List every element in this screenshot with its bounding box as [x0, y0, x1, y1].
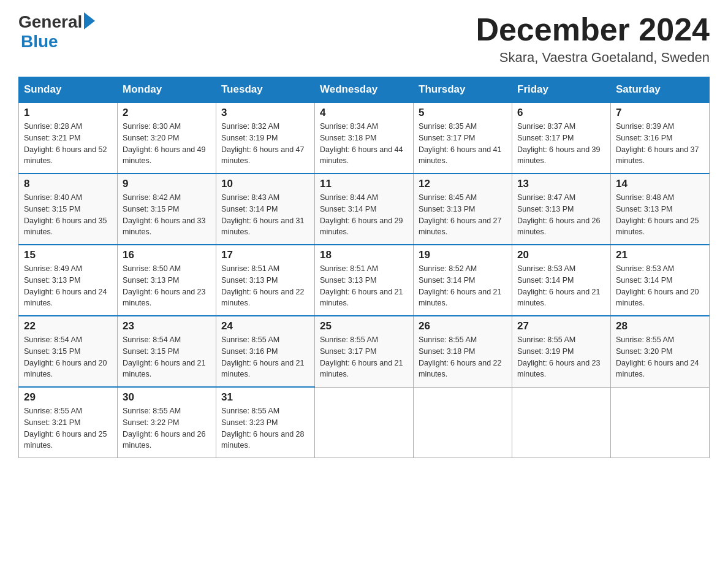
day-cell-9: 9Sunrise: 8:42 AMSunset: 3:15 PMDaylight…: [118, 174, 216, 245]
day-number: 30: [123, 391, 211, 404]
day-cell-20: 20Sunrise: 8:53 AMSunset: 3:14 PMDayligh…: [512, 245, 611, 316]
day-info: Sunrise: 8:52 AMSunset: 3:14 PMDaylight:…: [419, 263, 507, 309]
day-number: 7: [616, 107, 704, 119]
day-info: Sunrise: 8:47 AMSunset: 3:13 PMDaylight:…: [517, 192, 605, 238]
day-number: 2: [123, 107, 211, 119]
header-saturday: Saturday: [611, 77, 710, 103]
day-cell-26: 26Sunrise: 8:55 AMSunset: 3:18 PMDayligh…: [414, 316, 512, 387]
header-tuesday: Tuesday: [216, 77, 315, 103]
location-title: Skara, Vaestra Goetaland, Sweden: [476, 50, 710, 66]
day-info: Sunrise: 8:55 AMSunset: 3:16 PMDaylight:…: [221, 334, 309, 380]
day-info: Sunrise: 8:44 AMSunset: 3:14 PMDaylight:…: [320, 192, 408, 238]
day-info: Sunrise: 8:55 AMSunset: 3:20 PMDaylight:…: [616, 334, 704, 380]
day-cell-10: 10Sunrise: 8:43 AMSunset: 3:14 PMDayligh…: [216, 174, 315, 245]
day-number: 27: [517, 320, 605, 332]
day-number: 23: [123, 320, 211, 332]
day-cell-13: 13Sunrise: 8:47 AMSunset: 3:13 PMDayligh…: [512, 174, 611, 245]
day-cell-14: 14Sunrise: 8:48 AMSunset: 3:13 PMDayligh…: [611, 174, 710, 245]
day-info: Sunrise: 8:42 AMSunset: 3:15 PMDaylight:…: [123, 192, 211, 238]
day-info: Sunrise: 8:32 AMSunset: 3:19 PMDaylight:…: [221, 121, 309, 167]
day-cell-12: 12Sunrise: 8:45 AMSunset: 3:13 PMDayligh…: [414, 174, 512, 245]
week-row-5: 29Sunrise: 8:55 AMSunset: 3:21 PMDayligh…: [19, 387, 710, 458]
day-number: 21: [616, 249, 704, 261]
day-cell-29: 29Sunrise: 8:55 AMSunset: 3:21 PMDayligh…: [19, 387, 118, 458]
day-info: Sunrise: 8:48 AMSunset: 3:13 PMDaylight:…: [616, 192, 704, 238]
week-row-3: 15Sunrise: 8:49 AMSunset: 3:13 PMDayligh…: [19, 245, 710, 316]
day-info: Sunrise: 8:43 AMSunset: 3:14 PMDaylight:…: [221, 192, 309, 238]
empty-cell: [414, 387, 512, 458]
day-cell-4: 4Sunrise: 8:34 AMSunset: 3:18 PMDaylight…: [315, 102, 414, 174]
day-cell-23: 23Sunrise: 8:54 AMSunset: 3:15 PMDayligh…: [118, 316, 216, 387]
day-number: 9: [123, 178, 211, 190]
day-info: Sunrise: 8:39 AMSunset: 3:16 PMDaylight:…: [616, 121, 704, 167]
week-row-2: 8Sunrise: 8:40 AMSunset: 3:15 PMDaylight…: [19, 174, 710, 245]
week-row-4: 22Sunrise: 8:54 AMSunset: 3:15 PMDayligh…: [19, 316, 710, 387]
day-number: 11: [320, 178, 408, 190]
header-friday: Friday: [512, 77, 611, 103]
day-info: Sunrise: 8:51 AMSunset: 3:13 PMDaylight:…: [221, 263, 309, 309]
month-title: December 2024: [476, 12, 710, 47]
day-cell-15: 15Sunrise: 8:49 AMSunset: 3:13 PMDayligh…: [19, 245, 118, 316]
day-info: Sunrise: 8:55 AMSunset: 3:22 PMDaylight:…: [123, 405, 211, 451]
day-number: 5: [419, 107, 507, 119]
day-info: Sunrise: 8:54 AMSunset: 3:15 PMDaylight:…: [24, 334, 112, 380]
day-number: 22: [24, 320, 112, 332]
header-monday: Monday: [118, 77, 216, 103]
day-number: 15: [24, 249, 112, 261]
logo-general-text: General: [18, 12, 82, 32]
day-info: Sunrise: 8:28 AMSunset: 3:21 PMDaylight:…: [24, 121, 112, 167]
day-number: 8: [24, 178, 112, 190]
day-cell-19: 19Sunrise: 8:52 AMSunset: 3:14 PMDayligh…: [414, 245, 512, 316]
day-number: 6: [517, 107, 605, 119]
day-number: 31: [221, 391, 309, 404]
day-number: 4: [320, 107, 408, 119]
day-info: Sunrise: 8:54 AMSunset: 3:15 PMDaylight:…: [123, 334, 211, 380]
day-number: 26: [419, 320, 507, 332]
day-info: Sunrise: 8:55 AMSunset: 3:17 PMDaylight:…: [320, 334, 408, 380]
empty-cell: [611, 387, 710, 458]
day-cell-5: 5Sunrise: 8:35 AMSunset: 3:17 PMDaylight…: [414, 102, 512, 174]
day-number: 12: [419, 178, 507, 190]
day-number: 18: [320, 249, 408, 261]
day-info: Sunrise: 8:53 AMSunset: 3:14 PMDaylight:…: [616, 263, 704, 309]
day-cell-28: 28Sunrise: 8:55 AMSunset: 3:20 PMDayligh…: [611, 316, 710, 387]
logo-text: General: [18, 12, 95, 32]
day-info: Sunrise: 8:55 AMSunset: 3:23 PMDaylight:…: [221, 405, 309, 451]
day-number: 28: [616, 320, 704, 332]
calendar-table: SundayMondayTuesdayWednesdayThursdayFrid…: [18, 77, 710, 458]
day-cell-27: 27Sunrise: 8:55 AMSunset: 3:19 PMDayligh…: [512, 316, 611, 387]
day-number: 25: [320, 320, 408, 332]
day-cell-18: 18Sunrise: 8:51 AMSunset: 3:13 PMDayligh…: [315, 245, 414, 316]
day-cell-24: 24Sunrise: 8:55 AMSunset: 3:16 PMDayligh…: [216, 316, 315, 387]
day-cell-8: 8Sunrise: 8:40 AMSunset: 3:15 PMDaylight…: [19, 174, 118, 245]
header-wednesday: Wednesday: [315, 77, 414, 103]
logo-arrow-icon: [84, 12, 95, 29]
day-cell-17: 17Sunrise: 8:51 AMSunset: 3:13 PMDayligh…: [216, 245, 315, 316]
day-cell-21: 21Sunrise: 8:53 AMSunset: 3:14 PMDayligh…: [611, 245, 710, 316]
day-info: Sunrise: 8:40 AMSunset: 3:15 PMDaylight:…: [24, 192, 112, 238]
day-info: Sunrise: 8:49 AMSunset: 3:13 PMDaylight:…: [24, 263, 112, 309]
day-cell-16: 16Sunrise: 8:50 AMSunset: 3:13 PMDayligh…: [118, 245, 216, 316]
day-cell-22: 22Sunrise: 8:54 AMSunset: 3:15 PMDayligh…: [19, 316, 118, 387]
day-info: Sunrise: 8:34 AMSunset: 3:18 PMDaylight:…: [320, 121, 408, 167]
day-cell-31: 31Sunrise: 8:55 AMSunset: 3:23 PMDayligh…: [216, 387, 315, 458]
page-header: General Blue December 2024 Skara, Vaestr…: [18, 12, 710, 66]
day-info: Sunrise: 8:55 AMSunset: 3:18 PMDaylight:…: [419, 334, 507, 380]
week-row-1: 1Sunrise: 8:28 AMSunset: 3:21 PMDaylight…: [19, 102, 710, 174]
day-cell-7: 7Sunrise: 8:39 AMSunset: 3:16 PMDaylight…: [611, 102, 710, 174]
header-sunday: Sunday: [19, 77, 118, 103]
logo: General Blue: [18, 12, 95, 52]
day-number: 29: [24, 391, 112, 404]
day-info: Sunrise: 8:51 AMSunset: 3:13 PMDaylight:…: [320, 263, 408, 309]
day-cell-25: 25Sunrise: 8:55 AMSunset: 3:17 PMDayligh…: [315, 316, 414, 387]
day-info: Sunrise: 8:45 AMSunset: 3:13 PMDaylight:…: [419, 192, 507, 238]
day-info: Sunrise: 8:35 AMSunset: 3:17 PMDaylight:…: [419, 121, 507, 167]
day-info: Sunrise: 8:30 AMSunset: 3:20 PMDaylight:…: [123, 121, 211, 167]
day-info: Sunrise: 8:53 AMSunset: 3:14 PMDaylight:…: [517, 263, 605, 309]
day-number: 10: [221, 178, 309, 190]
day-number: 24: [221, 320, 309, 332]
day-cell-1: 1Sunrise: 8:28 AMSunset: 3:21 PMDaylight…: [19, 102, 118, 174]
day-cell-2: 2Sunrise: 8:30 AMSunset: 3:20 PMDaylight…: [118, 102, 216, 174]
header-row: SundayMondayTuesdayWednesdayThursdayFrid…: [19, 77, 710, 103]
day-number: 20: [517, 249, 605, 261]
